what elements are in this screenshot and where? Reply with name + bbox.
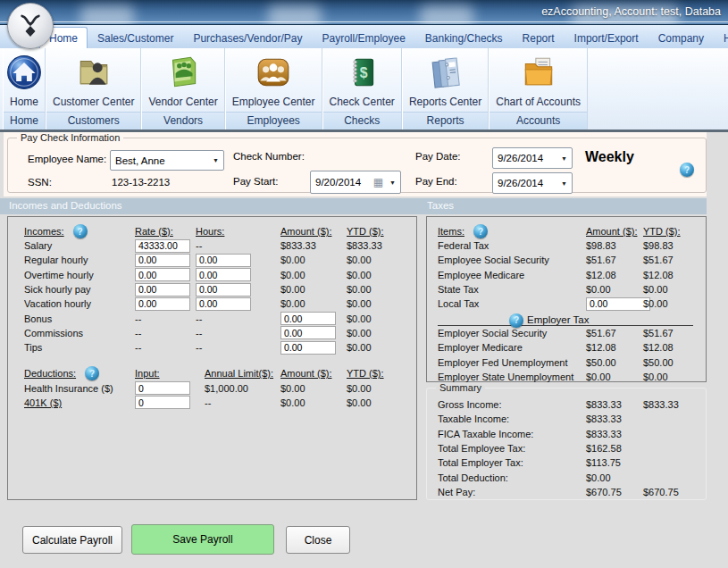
toolbar-check-center-button[interactable]: $ Check Center Checks	[322, 48, 402, 129]
tax-row-employer-fed-unemployment: Employer Fed Unemployment $50.00 $50.00	[438, 355, 706, 369]
hours-header: Hours:	[196, 226, 280, 237]
deductions-header: Deductions:	[24, 368, 76, 379]
income-rate: --	[135, 342, 196, 353]
vacation-hourly-hours-input[interactable]	[196, 297, 251, 311]
tax-label: Employee Medicare	[438, 270, 586, 280]
toolbar-employee-center-button[interactable]: Employee Center Employees	[225, 48, 322, 129]
income-hours: --	[196, 328, 280, 338]
overtime-hourly-rate-input[interactable]	[135, 268, 190, 281]
tax-ytd: $0.00	[643, 284, 706, 295]
deduction-ytd: $0.00	[347, 397, 416, 408]
toolbar-customer-center-button[interactable]: Customer Center Customers	[46, 48, 141, 129]
regular-hourly-hours-input[interactable]	[196, 254, 251, 267]
sick-hourly-hours-input[interactable]	[196, 283, 251, 297]
summary-row-fica-taxable-income: FICA Taxable Income: $833.33	[438, 427, 706, 441]
toolbar-reports-center-button[interactable]: Reports Center Reports	[402, 48, 489, 129]
accounts-folder-icon	[520, 54, 557, 91]
tax-label: Local Tax	[438, 298, 586, 309]
paycheck-information-groupbox: Pay Check Information Employee Name: Bes…	[7, 138, 707, 193]
deductions-help-icon[interactable]: ?	[85, 366, 99, 380]
tax-label: Employer State Unemployment	[438, 372, 586, 382]
tax-label: Employer Medicare	[438, 342, 586, 353]
income-hours: --	[196, 342, 280, 353]
summary-ytd: $670.75	[643, 487, 706, 497]
toolbar-chart-of-accounts-button[interactable]: Chart of Accounts Accounts	[489, 48, 588, 129]
employer-tax-help-icon[interactable]: ?	[509, 313, 523, 328]
save-payroll-button[interactable]: Save Payroll	[131, 524, 274, 555]
ezaccounting-window: ezAccounting, Account: test, Databa Home…	[0, 0, 728, 568]
401k-input[interactable]	[135, 396, 190, 409]
tab-purchases-vendor-pay-bill[interactable]: Purchases/Vendor/Pay Bill	[183, 27, 312, 48]
sick-hourly-rate-input[interactable]	[135, 283, 190, 297]
checkbook-icon: $	[343, 54, 381, 91]
tax-ytd: $0.00	[643, 298, 706, 309]
link-401k[interactable]: 401K ($)	[24, 397, 135, 408]
ssn-label: SSN:	[28, 177, 52, 188]
summary-label: Net Pay:	[438, 487, 586, 497]
summary-amount: $113.75	[586, 457, 643, 468]
summary-row-gross-income: Gross Income: $833.33 $833.33	[438, 397, 706, 412]
summary-amount: $0.00	[586, 472, 643, 483]
bonus-amount-input[interactable]	[280, 312, 336, 325]
tab-sales-customer[interactable]: Sales/Customer	[88, 27, 183, 48]
tab-company[interactable]: Company	[649, 27, 714, 48]
summary-row-total-employee-tax: Total Employee Tax: $162.58	[438, 441, 706, 455]
tips-amount-input[interactable]	[280, 341, 336, 355]
calculate-payroll-button[interactable]: Calculate Payroll	[22, 526, 122, 554]
deduction-ytd: $0.00	[347, 383, 416, 394]
close-button[interactable]: Close	[286, 526, 350, 554]
toolbar-vendor-center-button[interactable]: Vendor Center Vendors	[141, 48, 224, 129]
tab-help[interactable]: Help	[714, 27, 728, 48]
toolbar-customer-center-label: Customer Center	[46, 94, 140, 112]
summary-amount: $833.33	[586, 413, 643, 424]
chevron-down-icon: ▼	[389, 180, 396, 186]
summary-amount: $670.75	[586, 487, 643, 497]
regular-hourly-rate-input[interactable]	[135, 254, 190, 267]
tax-amount: $12.08	[586, 342, 643, 353]
tax-amount: $51.67	[586, 328, 643, 338]
help-globe-icon[interactable]: ?	[680, 163, 694, 177]
annual-limit-header: Annual Limit($):	[205, 368, 280, 379]
income-ytd: $0.00	[347, 255, 416, 265]
tax-label: State Tax	[438, 284, 586, 295]
app-logo-icon[interactable]	[7, 3, 54, 49]
summary-label: Taxable Income:	[438, 413, 586, 424]
incomes-help-icon[interactable]: ?	[73, 224, 88, 238]
vacation-hourly-rate-input[interactable]	[135, 297, 190, 311]
summary-row-taxable-income: Taxable Income: $833.33	[438, 412, 706, 426]
incomes-deductions-section-title: Incomes and Deductions	[9, 200, 122, 211]
check-number-label: Check Number:	[233, 151, 305, 162]
pay-start-datepicker[interactable]: 9/20/2014 ▦ ▼	[310, 171, 401, 194]
health-insurance-input[interactable]	[135, 381, 190, 395]
tab-report[interactable]: Report	[513, 27, 565, 48]
tab-banking-checks[interactable]: Banking/Checks	[415, 27, 513, 48]
summary-amount: $833.33	[586, 429, 643, 439]
taxes-help-icon[interactable]: ?	[473, 224, 488, 238]
tab-payroll-employee[interactable]: Payroll/Employee	[312, 27, 414, 48]
income-ytd: $0.00	[347, 270, 416, 280]
toolbar-employee-center-label: Employee Center	[226, 94, 322, 112]
local-tax-input[interactable]	[586, 297, 650, 311]
salary-rate-input[interactable]	[135, 239, 190, 253]
tab-import-export[interactable]: Import/Export	[565, 27, 649, 48]
toolbar-home-button[interactable]: Home Home	[3, 48, 46, 129]
section-header-bar: Incomes and Deductions Taxes	[0, 198, 707, 214]
pay-end-value: 9/26/2014	[498, 178, 543, 188]
employee-name-select[interactable]: Best, Anne ▼	[110, 150, 224, 171]
income-label: Tips	[24, 342, 135, 353]
income-hours: --	[196, 240, 280, 251]
tax-amount: $98.83	[586, 240, 643, 251]
income-label: Salary	[24, 240, 135, 251]
pay-end-label: Pay End:	[415, 176, 457, 187]
employer-tax-label: Employer Tax	[527, 314, 589, 325]
overtime-hourly-hours-input[interactable]	[196, 268, 251, 281]
pay-end-select[interactable]: 9/26/2014 ▼	[492, 172, 573, 194]
toolbar-customers-group: Customers	[46, 112, 140, 129]
tax-ytd: $12.08	[643, 342, 706, 353]
customer-folder-icon	[75, 54, 113, 91]
incomes-header: Incomes:	[24, 226, 64, 237]
commissions-amount-input[interactable]	[280, 326, 336, 339]
tax-row-local: Local Tax $0.00	[438, 297, 706, 311]
pay-date-select[interactable]: 9/26/2014 ▼	[492, 147, 573, 169]
income-ytd: $0.00	[347, 284, 416, 295]
